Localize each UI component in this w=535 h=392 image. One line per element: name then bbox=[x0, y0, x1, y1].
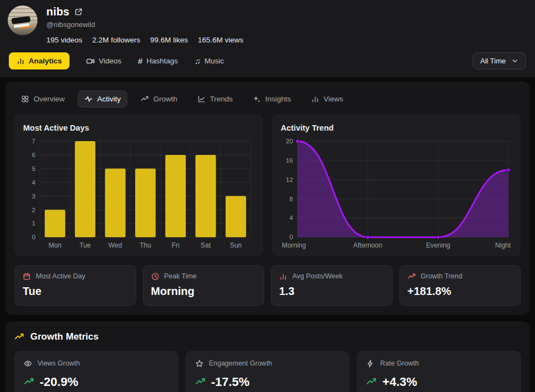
svg-text:Evening: Evening bbox=[426, 241, 450, 249]
stat-value: Morning bbox=[151, 285, 256, 298]
growth-value: -17.5% bbox=[211, 375, 250, 389]
time-range-select[interactable]: All Time bbox=[473, 52, 526, 69]
svg-text:Wed: Wed bbox=[109, 241, 122, 249]
growth-label: Views Growth bbox=[38, 359, 80, 367]
views-count: 165.6M views bbox=[198, 36, 244, 44]
external-link-icon[interactable] bbox=[74, 8, 83, 16]
svg-text:20: 20 bbox=[286, 137, 293, 144]
svg-text:3: 3 bbox=[32, 192, 35, 200]
svg-text:5: 5 bbox=[32, 165, 35, 172]
videos-count: 195 videos bbox=[46, 36, 82, 44]
most-active-days-card: Most Active Days 01234567MonTueWedThuFri… bbox=[14, 114, 263, 256]
trending-up-icon bbox=[195, 377, 206, 387]
svg-text:Afternoon: Afternoon bbox=[354, 241, 383, 249]
chart-title: Most Active Days bbox=[23, 123, 254, 132]
tab-hashtags-label: Hashtags bbox=[146, 57, 178, 65]
main-nav: Analytics Videos # Hashtags ♫ Music All … bbox=[8, 52, 527, 69]
eye-icon bbox=[24, 359, 32, 368]
avatar bbox=[8, 6, 38, 35]
svg-text:12: 12 bbox=[286, 176, 293, 183]
stat-value: +181.8% bbox=[408, 285, 513, 298]
svg-text:8: 8 bbox=[290, 195, 293, 202]
tab-videos-label: Videos bbox=[99, 57, 121, 65]
followers-count: 2.2M followers bbox=[92, 36, 140, 44]
trending-up-icon bbox=[24, 377, 34, 387]
analytics-subtabs: Overview Activity Growth Trends Insights… bbox=[14, 90, 521, 108]
svg-text:Morning: Morning bbox=[282, 241, 306, 249]
sparkles-icon bbox=[253, 95, 261, 103]
subtab-trends[interactable]: Trends bbox=[191, 90, 240, 108]
activity-trend-card: Activity Trend 048121620MorningAfternoon… bbox=[272, 114, 521, 256]
chart-title: Activity Trend bbox=[281, 123, 512, 132]
subtab-activity[interactable]: Activity bbox=[78, 90, 127, 108]
views-growth-card: Views Growth -20.9% bbox=[14, 351, 178, 392]
rate-growth-card: Rate Growth +4.3% bbox=[357, 351, 521, 392]
svg-text:Mon: Mon bbox=[49, 241, 62, 249]
stat-label: Growth Trend bbox=[421, 272, 463, 280]
growth-metrics-title: Growth Metrics bbox=[30, 331, 99, 342]
stat-value: Tue bbox=[23, 285, 128, 298]
bar-chart-icon bbox=[311, 95, 319, 103]
svg-text:Night: Night bbox=[495, 241, 511, 249]
video-camera-icon bbox=[86, 57, 95, 66]
svg-text:0: 0 bbox=[290, 233, 293, 240]
clock-icon bbox=[151, 272, 159, 281]
avg-posts-card: Avg Posts/Week 1.3 bbox=[271, 265, 393, 306]
most-active-day-card: Most Active Day Tue bbox=[14, 265, 136, 306]
most-active-days-chart: 01234567MonTueWedThuFriSatSun bbox=[23, 136, 254, 252]
svg-text:2: 2 bbox=[32, 206, 35, 213]
engagement-growth-card: Engagement Growth -17.5% bbox=[186, 351, 350, 392]
music-note-icon: ♫ bbox=[194, 57, 200, 65]
svg-text:Tue: Tue bbox=[79, 241, 91, 249]
hashtag-icon: # bbox=[138, 57, 142, 65]
svg-text:Sat: Sat bbox=[201, 241, 211, 249]
svg-text:1: 1 bbox=[32, 219, 35, 227]
tab-analytics-label: Analytics bbox=[29, 57, 62, 65]
peak-time-card: Peak Time Morning bbox=[143, 265, 265, 306]
bar-chart-icon bbox=[279, 272, 287, 281]
growth-value: +4.3% bbox=[382, 375, 417, 389]
subtab-growth[interactable]: Growth bbox=[134, 90, 184, 108]
trending-up-icon bbox=[408, 272, 416, 281]
tab-analytics[interactable]: Analytics bbox=[9, 52, 69, 69]
svg-text:0: 0 bbox=[32, 233, 36, 240]
stat-label: Peak Time bbox=[164, 272, 197, 280]
subtab-views[interactable]: Views bbox=[304, 90, 350, 108]
svg-text:16: 16 bbox=[286, 157, 293, 164]
profile-handle: @nibsgonewild bbox=[46, 20, 243, 29]
tab-music[interactable]: ♫ Music bbox=[194, 57, 224, 65]
time-range-value: All Time bbox=[480, 57, 506, 65]
growth-trend-card: Growth Trend +181.8% bbox=[399, 265, 521, 306]
bar-chart-icon bbox=[17, 57, 25, 65]
profile-header: nibs @nibsgonewild 195 videos 2.2M follo… bbox=[0, 0, 535, 77]
svg-text:4: 4 bbox=[32, 179, 36, 186]
svg-text:7: 7 bbox=[32, 137, 35, 144]
activity-panel: Overview Activity Growth Trends Insights… bbox=[6, 82, 529, 315]
tab-music-label: Music bbox=[205, 57, 224, 65]
pulse-icon bbox=[84, 95, 93, 103]
svg-text:Sun: Sun bbox=[230, 241, 242, 249]
tab-hashtags[interactable]: # Hashtags bbox=[138, 57, 178, 65]
profile-name: nibs bbox=[46, 6, 69, 18]
profile-stats: 195 videos 2.2M followers 99.6M likes 16… bbox=[46, 36, 243, 44]
activity-trend-chart: 048121620MorningAfternoonEveningNight bbox=[281, 136, 512, 252]
chart-line-icon bbox=[197, 95, 206, 103]
likes-count: 99.6M likes bbox=[150, 36, 188, 44]
stat-label: Most Active Day bbox=[36, 272, 85, 280]
svg-text:4: 4 bbox=[290, 214, 293, 221]
growth-metrics-panel: Growth Metrics Views Growth -20.9% Engag… bbox=[6, 321, 529, 392]
growth-label: Engagement Growth bbox=[209, 359, 272, 367]
grid-icon bbox=[21, 95, 29, 103]
calendar-icon bbox=[23, 272, 31, 281]
trending-up-icon bbox=[366, 377, 377, 387]
star-icon bbox=[195, 359, 204, 368]
growth-value: -20.9% bbox=[40, 375, 78, 389]
subtab-overview[interactable]: Overview bbox=[14, 90, 71, 108]
tab-videos[interactable]: Videos bbox=[86, 57, 121, 66]
subtab-insights[interactable]: Insights bbox=[246, 90, 298, 108]
svg-text:Fri: Fri bbox=[172, 241, 179, 249]
growth-label: Rate Growth bbox=[380, 359, 419, 367]
trending-up-icon bbox=[141, 95, 149, 103]
svg-text:6: 6 bbox=[32, 151, 35, 158]
stat-value: 1.3 bbox=[279, 285, 384, 298]
